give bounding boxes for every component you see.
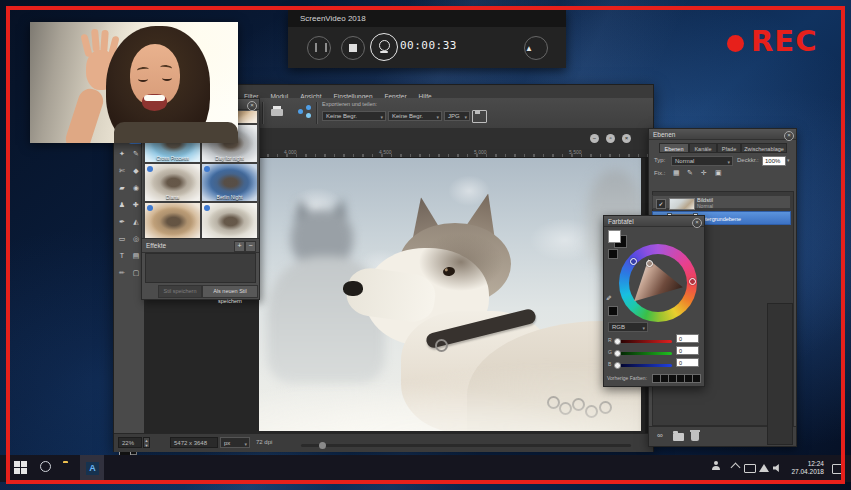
layers-panel-title: Ebenen <box>649 129 796 140</box>
tool-stamp-icon[interactable]: ♟ <box>115 198 129 212</box>
volume-icon[interactable] <box>773 464 782 472</box>
lock-all-icon[interactable]: ▣ <box>715 169 722 177</box>
display-icon[interactable] <box>744 464 756 473</box>
date: 27.04.2018 <box>791 468 824 475</box>
tab-pfade[interactable]: Pfade <box>717 143 741 153</box>
pause-button[interactable] <box>307 36 331 60</box>
foreground-color-swatch[interactable] <box>608 230 621 243</box>
eyedropper-icon[interactable]: ✎ <box>604 295 612 301</box>
opacity-field[interactable]: 100% <box>762 156 786 166</box>
time: 12:24 <box>808 460 824 467</box>
red-slider[interactable] <box>616 340 672 343</box>
stop-button[interactable] <box>341 36 365 60</box>
layers-panel-footer: ∞ <box>649 426 796 446</box>
close-icon[interactable]: × <box>247 101 257 111</box>
start-button[interactable] <box>14 461 27 474</box>
share-icon[interactable] <box>298 105 312 118</box>
fix-label: Fix.: <box>654 170 665 176</box>
style-thumb[interactable] <box>145 203 200 238</box>
webcam-button[interactable] <box>370 33 398 61</box>
unit-select[interactable]: px <box>220 437 250 448</box>
style-thumb[interactable] <box>202 203 257 238</box>
tab-kanaele[interactable]: Kanäle <box>689 143 717 153</box>
channel-label: R <box>608 337 612 343</box>
recorder-title: ScreenVideo 2018 <box>288 10 566 27</box>
doc-close-icon[interactable]: × <box>622 134 631 143</box>
tab-zwischenablage[interactable]: Zwischenablage <box>741 143 787 153</box>
husky-photo <box>259 158 641 431</box>
green-slider[interactable] <box>616 352 672 355</box>
woman-shirt <box>114 122 238 143</box>
blend-mode-select[interactable]: Normal <box>671 156 733 166</box>
save-export-icon[interactable] <box>472 110 487 123</box>
effects-label: Effekte <box>146 242 166 249</box>
lock-paint-icon[interactable]: ✎ <box>687 169 693 177</box>
tool-eraser-icon[interactable]: ▰ <box>115 181 129 195</box>
export-limit-select-1[interactable]: Keine Begr. <box>322 111 386 121</box>
remove-effect-icon[interactable]: − <box>245 241 256 252</box>
export-limit-select-2[interactable]: Keine Begr. <box>388 111 442 121</box>
layer-row-bildstil[interactable]: ✓ Bildstil Normal <box>652 195 791 209</box>
save-style-button[interactable]: Stil speichern <box>158 285 202 298</box>
color-mode-select[interactable]: RGB <box>608 322 648 332</box>
opacity-stepper[interactable]: ▾ <box>787 157 790 163</box>
blue-slider[interactable] <box>616 364 672 367</box>
taskbar: A 12:24 27.04.2018 <box>0 455 851 482</box>
add-effect-icon[interactable]: + <box>234 241 245 252</box>
shade-marker[interactable] <box>646 260 653 267</box>
layer-visibility-checkbox[interactable]: ✓ <box>656 199 666 209</box>
red-value-field[interactable]: 0 <box>676 334 699 343</box>
green-value-field[interactable]: 0 <box>676 346 699 355</box>
zoom-slider[interactable] <box>301 444 631 447</box>
opacity-label: Deckkr.: <box>737 157 759 163</box>
close-icon[interactable]: × <box>692 218 702 228</box>
rec-indicator: REC <box>727 24 837 60</box>
effects-section-bar: Effekte + − <box>142 238 259 253</box>
lock-transparency-icon[interactable]: ▦ <box>673 169 680 177</box>
black-swatch[interactable] <box>608 249 618 259</box>
layer-mode: Normal <box>697 203 713 209</box>
print-icon[interactable] <box>270 106 284 117</box>
tool-wand-icon[interactable]: ✦ <box>115 147 129 161</box>
zoom-spinner[interactable]: ▲▼ <box>143 437 150 448</box>
color-wheel[interactable] <box>619 244 697 322</box>
effects-list[interactable] <box>145 253 256 283</box>
tab-ebenen[interactable]: Ebenen <box>659 143 689 153</box>
zoom-level-field[interactable]: 22% <box>118 437 142 448</box>
recorder-toolbar: ScreenVideo 2018 00:00:33 ▲ <box>288 10 566 68</box>
tool-pencil-icon[interactable]: ✏ <box>115 266 129 280</box>
show-hidden-icons[interactable] <box>731 463 741 473</box>
hue-marker[interactable] <box>630 258 637 265</box>
style-thumb[interactable]: Berlin Night <box>202 164 257 201</box>
doc-minimize-icon[interactable]: − <box>590 134 599 143</box>
doc-restore-icon[interactable]: ▫ <box>606 134 615 143</box>
network-icon[interactable] <box>759 464 769 472</box>
clock[interactable]: 12:24 27.04.2018 <box>791 460 824 476</box>
link-layers-icon[interactable]: ∞ <box>657 430 663 442</box>
expand-button[interactable]: ▲ <box>524 36 548 60</box>
active-app-button[interactable]: A <box>80 455 104 482</box>
hue-marker[interactable] <box>689 278 696 285</box>
editor-status-bar: 22% ▲▼ 5472 x 3648 px 72 dpi <box>114 433 653 452</box>
previous-color-swatch[interactable] <box>692 374 701 383</box>
cortana-icon[interactable] <box>40 461 51 472</box>
new-group-icon[interactable] <box>673 433 684 441</box>
save-new-style-button[interactable]: Als neuen Stil speichern <box>202 285 258 298</box>
delete-layer-icon[interactable] <box>691 432 699 441</box>
image-dimensions: 5472 x 3648 <box>170 437 218 448</box>
tool-crop-icon[interactable]: ✄ <box>115 164 129 178</box>
style-thumb[interactable]: Diana <box>145 164 200 201</box>
tool-pen-icon[interactable]: ✒ <box>115 215 129 229</box>
tool-text-icon[interactable]: T <box>115 249 129 263</box>
action-center-icon[interactable] <box>832 464 843 474</box>
lock-move-icon[interactable]: ✛ <box>701 169 707 177</box>
close-icon[interactable]: × <box>784 131 794 141</box>
toolbar-separator <box>316 102 318 124</box>
layer-thumbnail <box>669 198 695 210</box>
blue-value-field[interactable]: 0 <box>676 358 699 367</box>
desktop: FilterModulAnsichtEinstellungenFensterHi… <box>0 0 851 490</box>
export-format-select[interactable]: JPG <box>444 111 470 121</box>
webcam-overlay[interactable] <box>30 22 238 143</box>
tool-shape-icon[interactable]: ▭ <box>115 232 129 246</box>
toolbar-separator <box>262 102 264 124</box>
